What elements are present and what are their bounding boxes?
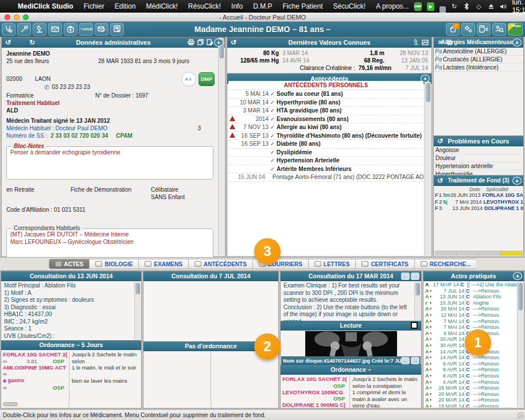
acte-row[interactable]: A 7 MAI 14 C —>Renouv. [424, 318, 517, 325]
acte-row[interactable]: A 7 MAI 14 C —>Renouv. [424, 324, 517, 330]
xray-image-zone[interactable] [281, 331, 421, 356]
drug-entry[interactable]: LEVOTHYROX 100MCG OSP [282, 389, 348, 402]
correspondant-row[interactable]: Marc LEFOUINEUX – Gynécologue Obstétrici… [10, 238, 209, 246]
menu-dmp[interactable]: D.M.P [248, 2, 277, 10]
traitement-habituel-label[interactable]: Traitement Habituel [6, 100, 60, 107]
patient-search-button[interactable] [492, 23, 506, 36]
print-icon[interactable] [186, 38, 196, 46]
drug-entry[interactable]: FORLAX 10G SACHET 2( OSP [282, 376, 348, 389]
record-tab[interactable]: CERTIFICATS [355, 259, 414, 269]
record-tab[interactable]: BIOLOGIE [89, 259, 138, 269]
calculator-euro-button[interactable]: € [477, 23, 491, 36]
play-status-icon[interactable]: ▶ [427, 2, 434, 11]
acte-row[interactable]: A 20 MAR 14 C —>Renouv. [424, 391, 517, 398]
dmp-card-icon[interactable]: DMP [199, 72, 215, 86]
add-acte-icon[interactable] [513, 272, 522, 280]
antecedent-row[interactable]: Dyslipidémie [228, 149, 423, 157]
consult1-scrollbar[interactable] [134, 282, 141, 340]
probleme-row[interactable]: Hypertension artérielle [434, 162, 523, 170]
menu-info[interactable]: Info [226, 2, 248, 10]
refresh-icon[interactable] [28, 38, 37, 46]
drug-entry[interactable]: gastro ∞ OSP [3, 377, 68, 391]
certificat-button[interactable] [110, 23, 124, 36]
resize-grip[interactable] [517, 412, 524, 419]
settings-gears-button[interactable] [461, 23, 475, 36]
dmp-bag-button[interactable]: ✓ [446, 23, 460, 36]
actes-scrollbar[interactable] [517, 282, 523, 407]
bluetooth-icon[interactable] [463, 2, 470, 10]
medecin-habituel-link[interactable]: Médecin Habituel : Docteur Paul DEMO [6, 125, 197, 132]
acte-row[interactable]: A 12 MAI 14 C —>Renouv. [424, 312, 517, 318]
fond-row[interactable]: F 1 3m 26 JUN 2013 FORLAX 10G SA [434, 192, 523, 199]
allergy-row[interactable]: Pa Amoxicilline (ALLERGIE) [434, 48, 523, 56]
add-antecedent-icon[interactable] [421, 75, 430, 83]
record-tab[interactable]: RECHERCHE... [414, 259, 477, 269]
antecedent-row[interactable]: 16 SEP 13 Thyroïdite d'Hashimoto (80 ans… [228, 132, 423, 141]
consult3-scrollbar[interactable] [414, 282, 421, 320]
fond-row[interactable]: F 2 5j 7 MAI 2014 LEVOTHYROX 1 [434, 199, 523, 206]
allergy-row[interactable]: Pa Crustacés (ALLERGIE) [434, 56, 523, 64]
acte-row[interactable]: A 8 AVR 14 C —>Renouv. [424, 373, 517, 379]
consult2-text[interactable] [144, 281, 278, 341]
antecedent-row[interactable]: 16 SEP 13 Diabète (80 ans) [228, 140, 423, 149]
acte-row[interactable]: A 14 AVR 14 C —>Renouv. [424, 355, 517, 361]
fond-row[interactable]: F 3 13 JUN 2014 DOLIPRANE 1 0 [434, 205, 523, 212]
acte-row[interactable]: A 4 AVR 14 C —>Renouv. [424, 379, 517, 386]
volume-icon[interactable] [500, 2, 507, 10]
time-machine-icon[interactable]: ↻ [451, 2, 458, 10]
allergy-row[interactable]: Pa Lactates (Intolérance) [434, 64, 523, 72]
consult3-text[interactable]: Examen Clinique : 1) For best results se… [281, 281, 414, 321]
history-back-icon[interactable] [3, 38, 13, 46]
print-allergies-icon[interactable] [445, 38, 454, 46]
antecedents-scrollbar[interactable] [425, 81, 431, 256]
mail-button[interactable] [48, 23, 62, 36]
antecedent-row[interactable]: Hypertension Arterielle [228, 157, 423, 165]
correspondant-row[interactable]: (MT) Jacques DR DUTOIT – Médecine Intern… [10, 231, 209, 238]
chart-icon[interactable] [421, 38, 430, 46]
consult1-text[interactable]: Motif Principal : Ablation Fils1) Motif … [2, 281, 134, 340]
antecedent-row[interactable]: 15 JUN 04 Pontage Aorto-Fémoral (71 ans)… [228, 173, 423, 182]
acte-row[interactable]: A 20 MAR 14 C —>Renouv. [424, 397, 517, 403]
admin-scrollbar[interactable] [218, 38, 224, 256]
menu-mediclick[interactable]: MédiClick! [141, 2, 182, 10]
menu-fichier[interactable]: Fichier [79, 2, 110, 10]
shape-status-icon[interactable]: ◇ [475, 2, 482, 10]
acte-row[interactable]: A 28 MAR 14 C —>Renouv. [424, 385, 517, 391]
record-tab[interactable]: ANTÉCÉDENTS [188, 259, 252, 269]
acte-row[interactable]: A 13 JUN 14 C Ablation Fils [424, 294, 517, 300]
menu-app[interactable]: MediClick Studio [13, 2, 79, 10]
fond-hscrollbar[interactable] [434, 251, 523, 256]
carte-vitale-icon[interactable]: Vitale [508, 23, 523, 36]
antecedent-row[interactable]: 3 MAR 14 HTA gravidique (80 ans) [228, 107, 423, 115]
add-allergy-icon[interactable] [512, 38, 522, 46]
record-tab[interactable]: ACTES [49, 259, 90, 269]
copy-doc-icon[interactable] [196, 38, 205, 46]
acte-row[interactable]: A 20 MAI 14 C —>Renouv. [424, 306, 517, 312]
dmp-status-icon[interactable]: DMP [414, 2, 422, 11]
urgence-bag-button[interactable] [64, 23, 77, 36]
menu-resuclick[interactable]: RésuClick! [183, 2, 226, 10]
problemes-history-icon[interactable] [435, 137, 445, 145]
probleme-row[interactable]: Angoisse [434, 146, 523, 154]
ordonnance1-hscrollbar[interactable] [3, 402, 18, 406]
biometrics-icon[interactable] [411, 38, 421, 46]
antecedent-row[interactable]: Artérite Membres Inférieurs [228, 165, 423, 174]
prev-image-button[interactable] [401, 357, 410, 364]
consultation-stethoscope-button[interactable] [2, 23, 15, 36]
correspondants-box[interactable]: Correspondants Habituels (MT) Jacques DR… [6, 228, 213, 260]
menu-fiche-patient[interactable]: Fiche Patient [277, 2, 328, 10]
prescription-button[interactable] [17, 23, 31, 36]
acte-row[interactable]: A 9 AVR 14 C —>Renouv. [424, 361, 517, 367]
antecedent-row[interactable]: 2014 Evanouissements (80 ans) [228, 115, 423, 124]
acte-row[interactable]: A 17 MAR 14 C [] —>2) Use the rotate bu [424, 282, 517, 288]
atcd-button[interactable]: ATCD [79, 23, 93, 36]
menu-edition[interactable]: Edition [110, 2, 141, 10]
acte-row[interactable]: A 8 AVR 14 C —>Renouv. [424, 367, 517, 373]
courrier-edit-button[interactable] [95, 23, 108, 36]
xray-pelvis-image[interactable] [305, 331, 397, 356]
values-history-icon[interactable] [229, 38, 238, 46]
next-image-button[interactable] [411, 357, 419, 364]
bloc-notes-text[interactable]: Penser à demander echograpie tyroidienne [7, 147, 213, 179]
acte-row[interactable]: A 7 JUL 14 C —>Renouv. [424, 288, 517, 294]
edit-doc-icon[interactable] [205, 38, 214, 46]
